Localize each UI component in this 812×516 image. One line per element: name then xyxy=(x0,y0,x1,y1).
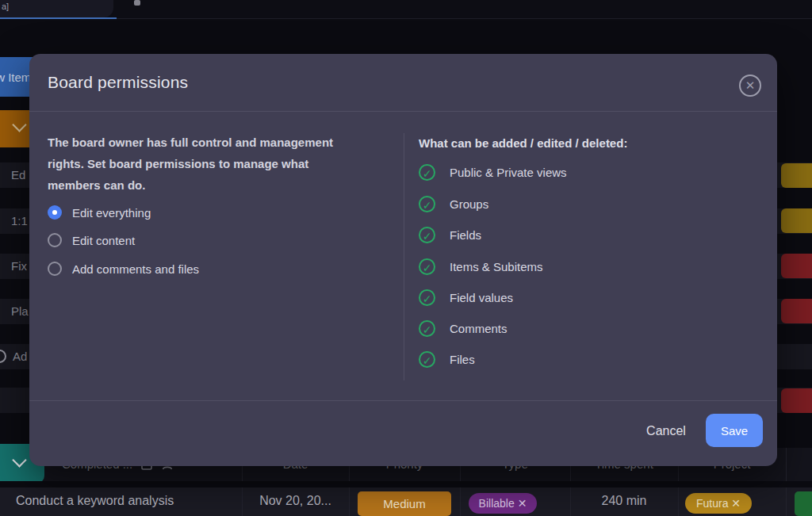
radio-selected-icon[interactable] xyxy=(48,205,62,220)
permission-item-files: ✓ Files xyxy=(419,350,475,369)
row-label: Fix xyxy=(11,259,27,273)
browser-top-bar: a] xyxy=(0,0,812,19)
row-label: Ad xyxy=(13,350,27,363)
check-circle-icon: ✓ xyxy=(419,351,435,368)
radio-option-edit-content[interactable]: Edit content xyxy=(48,231,135,250)
radio-unselected-icon[interactable] xyxy=(48,262,62,276)
permission-item-comments: ✓ Comments xyxy=(419,319,508,338)
row-label: Pla xyxy=(11,304,29,318)
status-badge[interactable] xyxy=(781,254,812,278)
footer-divider xyxy=(29,400,777,401)
radio-option-add-comments-files[interactable]: Add comments and files xyxy=(48,259,199,278)
permissions-heading: What can be added / edited / deleted: xyxy=(419,136,627,150)
cancel-button[interactable]: Cancel xyxy=(642,420,691,442)
row-label: 1:1 xyxy=(11,214,28,227)
row-label: Ed xyxy=(11,168,25,182)
date-cell[interactable]: Nov 20, 20... xyxy=(242,494,349,508)
check-circle-icon: ✓ xyxy=(419,320,435,337)
check-circle-icon: ✓ xyxy=(419,196,435,212)
permissions-description: The board owner has full control and man… xyxy=(48,132,365,196)
check-circle-icon: ✓ xyxy=(419,258,435,275)
permission-item-views: ✓ Public & Private views xyxy=(419,162,567,182)
status-badge[interactable] xyxy=(781,388,812,413)
permission-label: Comments xyxy=(450,322,508,335)
column-divider xyxy=(786,448,787,481)
permission-label: Groups xyxy=(450,197,488,211)
time-spent-cell[interactable]: 240 min xyxy=(570,494,678,508)
type-tag[interactable]: Billable ✕ xyxy=(469,493,537,514)
permission-item-field-values: ✓ Field values xyxy=(419,288,513,307)
radio-label: Add comments and files xyxy=(72,262,199,276)
permission-item-fields: ✓ Fields xyxy=(419,225,481,244)
radio-label: Edit content xyxy=(72,234,135,247)
radio-unselected-icon[interactable] xyxy=(48,233,62,247)
row-gap xyxy=(0,481,812,487)
column-divider xyxy=(678,487,679,516)
permission-label: Fields xyxy=(450,228,481,242)
permission-item-groups: ✓ Groups xyxy=(419,194,488,213)
check-circle-icon: ✓ xyxy=(419,289,435,306)
browser-tab[interactable]: a] xyxy=(0,0,113,17)
save-button[interactable]: Save xyxy=(706,414,763,447)
project-tag[interactable]: Futura ✕ xyxy=(685,493,752,514)
status-badge[interactable] xyxy=(781,299,812,323)
modal-title: Board permissions xyxy=(48,73,188,92)
chevron-down-icon xyxy=(12,453,26,467)
status-badge[interactable] xyxy=(795,491,812,516)
status-badge[interactable] xyxy=(781,163,812,188)
column-divider xyxy=(349,487,350,516)
chevron-down-icon xyxy=(12,117,26,132)
close-icon[interactable]: ✕ xyxy=(739,75,761,97)
permission-label: Files xyxy=(450,353,475,366)
radio-option-edit-everything[interactable]: Edit everything xyxy=(48,203,151,222)
radio-label: Edit everything xyxy=(72,206,151,220)
column-divider xyxy=(460,487,461,516)
board-permissions-modal: Board permissions ✕ The board owner has … xyxy=(29,54,777,466)
status-badge[interactable] xyxy=(781,208,812,233)
permission-label: Items & Subitems xyxy=(450,260,543,273)
tab-favicon: a] xyxy=(2,2,9,11)
plus-circle-icon xyxy=(0,350,6,363)
priority-badge[interactable]: Medium xyxy=(358,491,451,516)
permission-label: Field values xyxy=(450,291,513,304)
permission-label: Public & Private views xyxy=(450,166,567,179)
tab-dot xyxy=(134,0,140,6)
task-name[interactable]: Conduct a keyword analysis xyxy=(16,494,174,508)
column-divider xyxy=(404,133,404,380)
check-circle-icon: ✓ xyxy=(419,164,435,181)
header-divider xyxy=(29,111,777,112)
check-circle-icon: ✓ xyxy=(419,227,435,243)
permission-item-items-subitems: ✓ Items & Subitems xyxy=(419,257,543,276)
column-divider xyxy=(786,487,787,516)
